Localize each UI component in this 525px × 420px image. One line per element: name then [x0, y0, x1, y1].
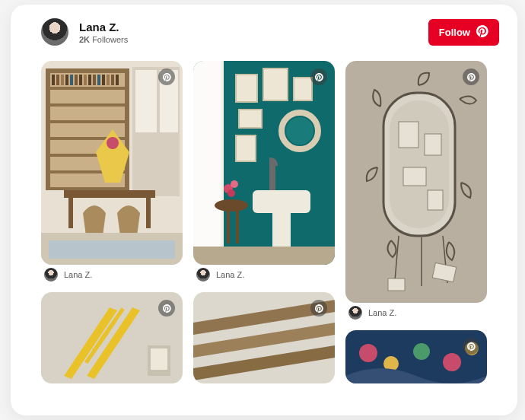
- svg-rect-46: [236, 135, 256, 161]
- pin[interactable]: [345, 61, 487, 303]
- follow-button[interactable]: Follow: [428, 19, 499, 46]
- svg-rect-44: [294, 78, 312, 100]
- avatar: [44, 268, 58, 282]
- svg-rect-12: [65, 75, 68, 85]
- pin[interactable]: [41, 292, 183, 383]
- profile-name[interactable]: Lana Z.: [79, 21, 418, 33]
- svg-rect-21: [107, 75, 110, 85]
- pin-save-icon[interactable]: [158, 68, 175, 85]
- pin-item: [345, 330, 487, 383]
- svg-rect-67: [428, 190, 443, 210]
- svg-rect-9: [52, 75, 55, 85]
- pin-image: [345, 61, 487, 303]
- svg-point-52: [215, 199, 248, 212]
- attribution-name: Lana Z.: [64, 270, 92, 279]
- pin-image: [41, 61, 183, 265]
- pin[interactable]: [41, 61, 183, 265]
- grid-col: Lana Z.: [41, 61, 183, 383]
- svg-point-76: [413, 343, 430, 360]
- svg-rect-27: [64, 190, 155, 198]
- svg-rect-22: [111, 75, 114, 85]
- pin-attribution[interactable]: Lana Z.: [193, 265, 335, 285]
- svg-rect-28: [68, 198, 73, 228]
- svg-rect-11: [61, 75, 64, 85]
- svg-rect-50: [253, 190, 310, 213]
- pin-grid: Lana Z.: [11, 61, 517, 383]
- svg-rect-10: [56, 75, 59, 85]
- avatar: [196, 268, 210, 282]
- svg-rect-43: [263, 68, 288, 100]
- svg-rect-3: [50, 90, 125, 103]
- svg-rect-29: [146, 198, 151, 228]
- pin-save-icon[interactable]: [158, 300, 175, 317]
- svg-rect-58: [193, 247, 335, 265]
- pin[interactable]: [193, 61, 335, 265]
- pin-save-icon[interactable]: [463, 68, 479, 85]
- followers-label: Followers: [92, 35, 128, 44]
- svg-rect-71: [388, 278, 405, 291]
- svg-point-57: [228, 189, 235, 197]
- pin[interactable]: [193, 292, 335, 383]
- pin[interactable]: [345, 330, 487, 383]
- pin-image: [345, 330, 487, 383]
- profile-header: Lana Z. 2K Followers Follow: [11, 5, 517, 61]
- svg-rect-54: [236, 205, 239, 243]
- pin-save-icon[interactable]: [310, 68, 327, 85]
- svg-rect-41: [193, 61, 221, 265]
- svg-rect-20: [102, 75, 105, 85]
- svg-rect-38: [151, 348, 167, 370]
- svg-point-56: [231, 180, 238, 188]
- pin-image: [193, 61, 335, 265]
- profile-meta: Lana Z. 2K Followers: [79, 21, 418, 44]
- attribution-name: Lana Z.: [368, 308, 396, 317]
- svg-rect-16: [84, 75, 87, 85]
- svg-rect-18: [93, 75, 96, 85]
- followers-count: 2K: [79, 35, 90, 44]
- avatar[interactable]: [41, 18, 68, 46]
- svg-rect-14: [75, 75, 78, 85]
- svg-rect-66: [403, 167, 426, 186]
- profile-followers: 2K Followers: [79, 35, 418, 44]
- grid-col: Lana Z.: [345, 61, 487, 383]
- pin-item: Lana Z.: [193, 61, 335, 285]
- svg-point-32: [107, 137, 119, 149]
- svg-rect-25: [135, 70, 157, 132]
- svg-rect-15: [79, 75, 82, 85]
- svg-rect-13: [70, 75, 73, 85]
- pinterest-icon: [476, 25, 488, 40]
- attribution-name: Lana Z.: [216, 270, 244, 279]
- grid-col: Lana Z.: [193, 61, 335, 383]
- pin-item: [193, 292, 335, 383]
- svg-point-48: [286, 117, 313, 145]
- profile-card: Lana Z. 2K Followers Follow: [11, 5, 517, 415]
- svg-rect-31: [49, 240, 175, 259]
- svg-rect-23: [116, 75, 119, 85]
- pin-item: Lana Z.: [41, 61, 183, 285]
- pin-attribution[interactable]: Lana Z.: [41, 265, 183, 285]
- pin-save-icon[interactable]: [463, 338, 479, 355]
- svg-rect-4: [50, 107, 125, 120]
- svg-point-74: [359, 344, 377, 362]
- svg-rect-17: [88, 75, 91, 85]
- pin-attribution[interactable]: Lana Z.: [345, 303, 487, 323]
- svg-point-77: [443, 353, 461, 371]
- svg-rect-19: [97, 75, 100, 85]
- pin-item: [41, 292, 183, 383]
- avatar: [348, 306, 362, 320]
- pin-item: Lana Z.: [345, 61, 487, 323]
- svg-rect-45: [239, 110, 262, 128]
- svg-rect-53: [227, 205, 230, 243]
- pin-save-icon[interactable]: [310, 300, 327, 317]
- svg-rect-64: [399, 122, 418, 148]
- follow-label: Follow: [439, 27, 470, 38]
- svg-rect-42: [236, 75, 257, 102]
- svg-rect-65: [425, 134, 441, 155]
